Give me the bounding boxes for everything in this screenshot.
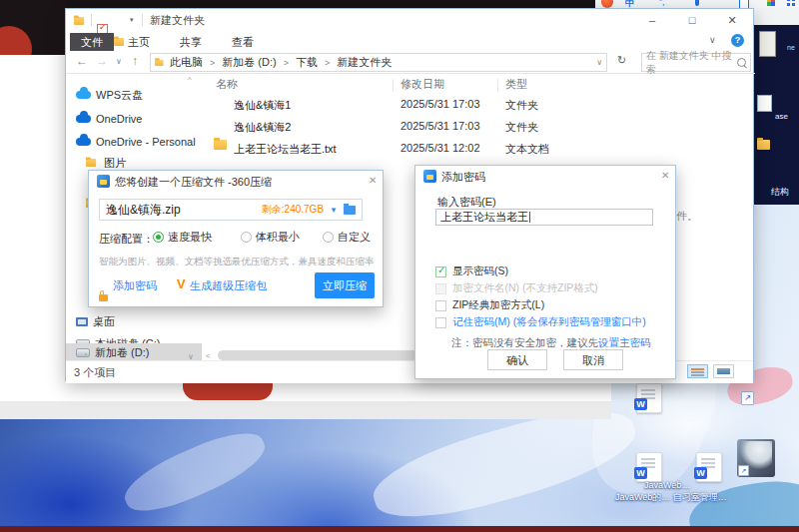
punctuation-icon[interactable]: ”,	[659, 0, 665, 7]
radio-fastest[interactable]: 速度最快	[153, 230, 212, 245]
radio-label: 速度最快	[168, 230, 212, 245]
address-box[interactable]: 此电脑 > 新加卷 (D:) > 下载 > 新建文件夹 ∨	[150, 53, 607, 72]
file-type: 文件夹	[505, 120, 538, 135]
address-dropdown-icon[interactable]: ∨	[596, 58, 602, 67]
archive-name-input[interactable]: 逸仙&镇海.zip 剩余:240.7GB ▼	[99, 199, 363, 221]
quick-access-caret-icon[interactable]: ▾	[130, 16, 134, 24]
tab-home[interactable]: 主页	[128, 35, 150, 50]
thumbnail-view-toggle[interactable]	[713, 364, 734, 378]
forward-button[interactable]: →	[96, 54, 108, 68]
extension-icon[interactable]	[767, 0, 775, 6]
checkbox-zip-classic[interactable]: ZIP经典加密方式(L)	[435, 298, 544, 312]
column-header-type[interactable]: 类型	[505, 77, 527, 92]
shortcut-arrow-icon[interactable]: ↗	[741, 391, 754, 405]
help-icon[interactable]: ?	[731, 34, 744, 47]
minimize-button[interactable]: –	[637, 9, 667, 31]
add-password-link[interactable]: 添加密码	[113, 278, 157, 293]
confirm-button[interactable]: 确认	[487, 349, 547, 370]
desktop-mini-icon[interactable]	[757, 95, 772, 112]
sidebar-item-wps-cloud[interactable]: WPS云盘	[76, 87, 143, 103]
maximize-button[interactable]: □	[677, 9, 707, 31]
quick-access-folder-icon[interactable]	[114, 38, 124, 46]
column-divider	[393, 79, 394, 92]
ribbon-collapse-icon[interactable]: ∨	[709, 35, 716, 45]
hscroll-left-icon[interactable]: <	[206, 351, 211, 360]
password-input-label: 输入密码(E)	[437, 195, 496, 210]
path-dropdown-icon[interactable]: ▼	[330, 206, 338, 215]
taskbar[interactable]	[0, 526, 799, 532]
breadcrumb-drive-d[interactable]: 新加卷 (D:)	[222, 55, 276, 70]
desktop-label-jiegou: 结构	[771, 186, 789, 199]
notes-extension-icon[interactable]	[739, 0, 749, 8]
desktop-word-doc-icon[interactable]: W	[636, 383, 662, 413]
radio-smallest[interactable]: 体积最小	[241, 230, 300, 245]
sidebar-item-disk-d[interactable]: 新加卷 (D:)	[76, 344, 149, 360]
sidebar-item-disk-d-selected[interactable]: 新加卷 (D:)	[66, 343, 202, 360]
sidebar-item-onedrive[interactable]: OneDrive	[76, 111, 142, 127]
column-header-date[interactable]: 修改日期	[400, 77, 444, 92]
tab-file[interactable]: 文件	[70, 33, 114, 51]
window-folder-icon	[74, 17, 84, 25]
refresh-icon[interactable]: ↻	[617, 54, 626, 67]
file-date: 2025/5/31 12:02	[400, 142, 480, 154]
navpane-scroll-up-icon[interactable]: ^	[188, 75, 192, 84]
checkbox-label: 记住密码(M) (将会保存到密码管理窗口中)	[452, 315, 646, 329]
drive-icon	[76, 348, 90, 357]
ime-indicator-icon[interactable]: 中	[625, 0, 634, 8]
desktop-word-doc-icon[interactable]: W	[696, 452, 722, 482]
password-dialog-close-icon[interactable]: ✕	[661, 170, 669, 181]
password-dialog: 添加密码 ✕ 输入密码(E) 上老王论坛当老王 显示密码(S) 加密文件名(N)…	[414, 165, 676, 379]
picture-frame-icon	[759, 31, 776, 57]
tab-view[interactable]: 查看	[232, 35, 254, 50]
sidebar-item-desktop[interactable]: 桌面	[76, 313, 115, 329]
browser-logo-icon[interactable]	[601, 0, 613, 8]
360zip-icon	[423, 170, 436, 183]
super-zip-link[interactable]: 生成超级压缩包	[190, 278, 267, 293]
desktop-image-shortcut-icon[interactable]: ↗	[737, 439, 775, 477]
breadcrumb-this-pc[interactable]: 此电脑	[170, 55, 203, 70]
back-button[interactable]: ←	[76, 54, 88, 68]
zip-dialog-title: 您将创建一个压缩文件 -360压缩	[115, 175, 272, 190]
radio-label: 体积最小	[256, 230, 300, 245]
desktop-word-doc-icon[interactable]: W	[636, 452, 662, 482]
cancel-button[interactable]: 取消	[563, 349, 623, 370]
details-view-toggle[interactable]	[687, 364, 708, 378]
super-zip-v-icon: V	[177, 276, 186, 291]
zip-dialog-close-icon[interactable]: ✕	[369, 175, 377, 186]
up-button[interactable]: ↑	[132, 54, 138, 68]
checkbox-show-password[interactable]: 显示密码(S)	[435, 265, 508, 278]
address-folder-icon	[155, 59, 164, 65]
recent-locations-icon[interactable]: ∨	[116, 57, 122, 66]
column-header-name[interactable]: 名称	[216, 77, 238, 92]
word-logo-badge: W	[634, 398, 647, 410]
checkbox-disabled-icon	[435, 283, 446, 294]
set-master-password-link[interactable]: 设置主密码	[598, 336, 651, 348]
file-name: 上老王论坛当老王.txt	[234, 142, 337, 157]
file-name: 逸仙&镇海1	[234, 98, 291, 113]
sidebar-item-pictures[interactable]: 图片	[86, 155, 126, 171]
radio-label: 自定义	[338, 230, 371, 245]
close-button[interactable]: ✕	[717, 9, 747, 31]
compress-now-button[interactable]: 立即压缩	[315, 272, 375, 298]
search-input[interactable]: 在 新建文件夹 中搜索	[641, 53, 751, 72]
text-cursor	[529, 212, 530, 223]
sidebar-item-onedrive-personal[interactable]: OneDrive - Personal	[76, 134, 196, 150]
apps-grid-icon[interactable]	[787, 0, 790, 1]
desktop-mini-folder-icon[interactable]	[757, 140, 770, 150]
folder-icon	[214, 140, 227, 150]
checkbox-remember-password[interactable]: 记住密码(M) (将会保存到密码管理窗口中)	[435, 315, 646, 329]
checkbox-label: ZIP经典加密方式(L)	[452, 298, 544, 312]
microphone-icon[interactable]	[695, 0, 699, 6]
breadcrumb-current-folder[interactable]: 新建文件夹	[337, 55, 392, 70]
background-top-strip	[65, 0, 595, 8]
file-date: 2025/5/31 17:03	[400, 120, 480, 132]
config-label: 压缩配置：	[99, 232, 154, 247]
breadcrumb-downloads[interactable]: 下载	[296, 55, 318, 70]
browse-folder-icon[interactable]	[344, 206, 356, 215]
sidebar-item-label: 新加卷 (D:)	[95, 345, 149, 360]
desktop-icon	[76, 317, 88, 326]
sidebar-item-label: 桌面	[93, 314, 115, 329]
tab-share[interactable]: 共享	[180, 35, 202, 50]
password-input[interactable]: 上老王论坛当老王	[435, 209, 653, 226]
radio-custom[interactable]: 自定义	[323, 230, 371, 245]
